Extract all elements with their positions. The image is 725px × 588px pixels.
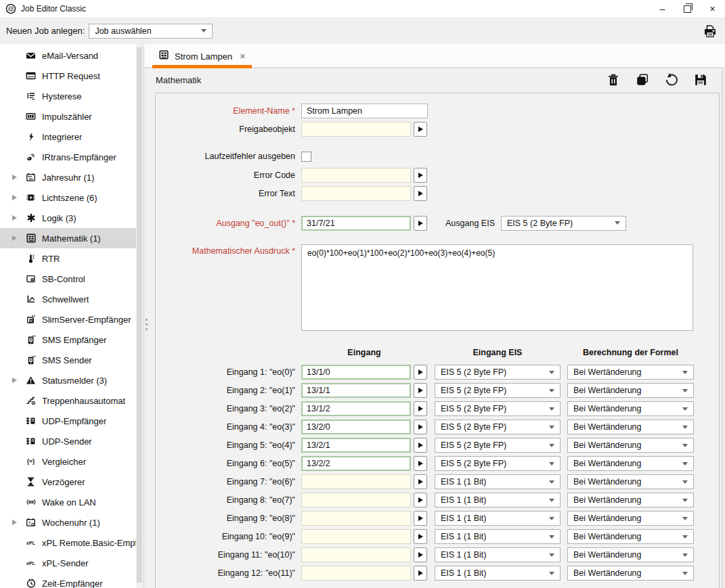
eingang-eis-select[interactable]: EIS 1 (1 Bit) — [435, 547, 561, 562]
expander-arrow-icon[interactable] — [12, 215, 24, 221]
object-picker-button[interactable] — [414, 122, 427, 137]
eingang-eis-select[interactable]: EIS 5 (2 Byte FP) — [435, 365, 561, 380]
sidebar-item[interactable]: Wake on LAN — [0, 492, 136, 512]
sidebar-item[interactable]: SlimServer-Empfänger — [0, 309, 136, 330]
eingang-address-input[interactable]: 13/2/1 — [301, 438, 411, 453]
eingang-address-input[interactable]: 13/1/0 — [301, 365, 411, 380]
eingang-eis-select[interactable]: EIS 1 (1 Bit) — [435, 529, 561, 544]
close-button[interactable]: × — [700, 0, 725, 18]
ausgang-eis-select[interactable]: EIS 5 (2 Byte FP) — [501, 216, 626, 231]
object-picker-button[interactable] — [414, 438, 427, 453]
sidebar-item[interactable]: Schwellwert — [0, 289, 136, 309]
splitter-handle[interactable] — [146, 319, 148, 330]
minimize-button[interactable]: – — [650, 0, 675, 18]
sidebar-item[interactable]: Zeit-Empfänger — [0, 573, 136, 588]
sidebar-item[interactable]: RTR — [0, 248, 136, 269]
eingang-eis-select[interactable]: EIS 5 (2 Byte FP) — [435, 456, 561, 471]
expander-arrow-icon[interactable] — [12, 235, 24, 241]
sidebar-item[interactable]: IRtrans-Empfänger — [0, 147, 136, 167]
restore-button[interactable] — [675, 0, 700, 18]
eingang-address-input[interactable] — [301, 493, 411, 507]
print-button[interactable] — [702, 23, 718, 39]
expander-arrow-icon[interactable] — [12, 175, 24, 180]
eingang-address-input[interactable]: 13/1/1 — [301, 383, 411, 398]
save-button[interactable] — [693, 72, 708, 88]
expander-arrow-icon[interactable] — [12, 195, 24, 200]
object-picker-button[interactable] — [414, 383, 427, 398]
berechnung-select[interactable]: Bei Wertänderung — [567, 566, 694, 581]
object-picker-button[interactable] — [414, 456, 427, 471]
berechnung-select[interactable]: Bei Wertänderung — [567, 547, 694, 562]
eingang-eis-select[interactable]: EIS 5 (2 Byte FP) — [435, 420, 561, 434]
sidebar-item[interactable]: 365Jahresuhr (1) — [0, 167, 136, 187]
berechnung-select[interactable]: Bei Wertänderung — [567, 511, 694, 526]
sidebar-item[interactable]: Verzögerer — [0, 472, 136, 492]
sidebar-item[interactable]: Impulszähler — [0, 106, 136, 127]
tab-strom-lampen[interactable]: Strom Lampen × — [152, 45, 252, 67]
object-picker-button[interactable] — [414, 493, 427, 507]
sidebar-item[interactable]: Hysterese — [0, 86, 136, 106]
main-scrollbar[interactable] — [722, 70, 723, 588]
undo-button[interactable] — [663, 72, 679, 88]
berechnung-select[interactable]: Bei Wertänderung — [567, 383, 694, 398]
object-picker-button[interactable] — [414, 365, 427, 380]
eingang-address-input[interactable]: 13/2/0 — [301, 420, 411, 434]
eingang-eis-select[interactable]: EIS 1 (1 Bit) — [435, 474, 561, 489]
berechnung-select[interactable]: Bei Wertänderung — [567, 420, 694, 434]
berechnung-select[interactable]: Bei Wertänderung — [567, 474, 694, 489]
sidebar-item[interactable]: Integrierer — [0, 127, 136, 147]
error-code-input[interactable] — [301, 168, 411, 183]
freigabeobjekt-input[interactable] — [301, 122, 411, 137]
sidebar-item[interactable]: {=}Vergleicher — [0, 451, 136, 472]
eingang-address-input[interactable]: 13/2/2 — [301, 456, 411, 471]
object-picker-button[interactable] — [414, 401, 427, 416]
object-picker-button[interactable] — [414, 420, 427, 434]
sidebar-scrollbar[interactable] — [136, 44, 144, 588]
delete-button[interactable] — [605, 72, 621, 88]
berechnung-select[interactable]: Bei Wertänderung — [567, 493, 694, 507]
object-picker-button[interactable] — [414, 216, 427, 231]
berechnung-select[interactable]: Bei Wertänderung — [567, 401, 694, 416]
scrollbar-thumb[interactable] — [137, 47, 142, 583]
berechnung-select[interactable]: Bei Wertänderung — [567, 438, 694, 453]
element-name-input[interactable]: Strom Lampen — [301, 104, 428, 118]
sidebar-item[interactable]: 7Wochenuhr (1) — [0, 512, 136, 533]
eingang-eis-select[interactable]: EIS 1 (1 Bit) — [435, 566, 561, 581]
expander-arrow-icon[interactable] — [12, 378, 24, 383]
laufzeitfehler-checkbox[interactable] — [301, 152, 311, 162]
eingang-eis-select[interactable]: EIS 1 (1 Bit) — [435, 511, 561, 526]
eingang-address-input[interactable] — [301, 529, 411, 544]
sidebar-item[interactable]: Logik (3) — [0, 208, 136, 228]
object-picker-button[interactable] — [414, 511, 427, 526]
eingang-eis-select[interactable]: EIS 5 (2 Byte FP) — [435, 401, 561, 416]
berechnung-select[interactable]: Bei Wertänderung — [567, 456, 694, 471]
sidebar-item[interactable]: Treppenhausautomat — [0, 390, 136, 411]
berechnung-select[interactable]: Bei Wertänderung — [567, 365, 694, 380]
ausgang-input[interactable]: 31/7/21 — [301, 216, 411, 231]
object-picker-button[interactable] — [414, 186, 427, 201]
job-select-dropdown[interactable]: Job auswählen — [89, 24, 213, 39]
sidebar-item[interactable]: Lichtszene (6) — [0, 187, 136, 208]
eingang-address-input[interactable] — [301, 474, 411, 489]
error-text-input[interactable] — [301, 186, 411, 201]
object-picker-button[interactable] — [414, 566, 427, 581]
object-picker-button[interactable] — [414, 474, 427, 489]
object-picker-button[interactable] — [414, 529, 427, 544]
sidebar-item[interactable]: eMail-Versand — [0, 45, 136, 66]
object-picker-button[interactable] — [414, 168, 427, 183]
eingang-address-input[interactable] — [301, 566, 411, 581]
tab-close-icon[interactable]: × — [240, 51, 245, 61]
eingang-address-input[interactable] — [301, 511, 411, 526]
sidebar-item[interactable]: UDP-Empfänger — [0, 411, 136, 431]
sidebar-item[interactable]: SMS Sender — [0, 350, 136, 370]
sidebar-item[interactable]: xPLxPL Remote.Basic-Empfä — [0, 533, 136, 553]
sidebar-item[interactable]: Statusmelder (3) — [0, 370, 136, 390]
eingang-address-input[interactable]: 13/1/2 — [301, 401, 411, 416]
sidebar-item[interactable]: HTTPHTTP Request — [0, 66, 136, 86]
eingang-eis-select[interactable]: EIS 1 (1 Bit) — [435, 493, 561, 507]
sidebar-item[interactable]: Mathematik (1) — [0, 228, 136, 248]
ausdruck-textarea[interactable]: eo(0)*100+eo(1)*100+eo(2)*100+eo(3)+eo(4… — [301, 244, 693, 331]
sidebar-item[interactable]: SMS Empfänger — [0, 330, 136, 350]
eingang-eis-select[interactable]: EIS 5 (2 Byte FP) — [435, 438, 561, 453]
object-picker-button[interactable] — [414, 547, 427, 562]
